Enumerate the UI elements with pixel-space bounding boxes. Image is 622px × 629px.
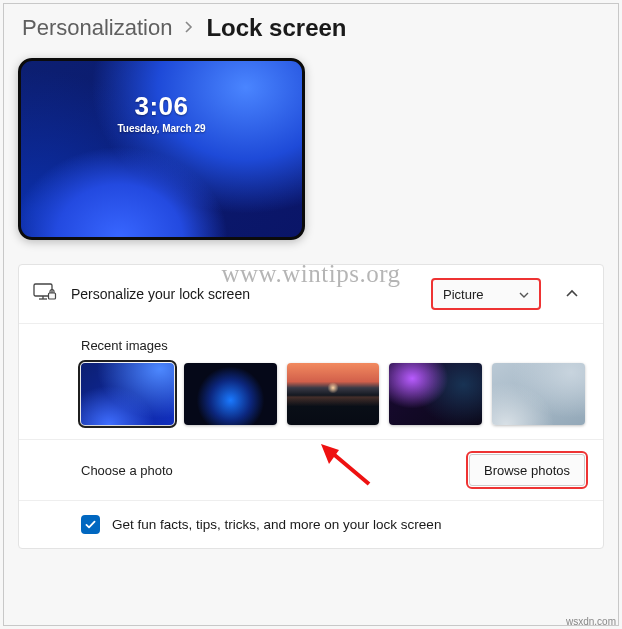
source-credit: wsxdn.com bbox=[566, 616, 616, 627]
lock-screen-type-select[interactable]: Picture bbox=[431, 278, 541, 310]
svg-rect-3 bbox=[49, 293, 56, 299]
monitor-lock-icon bbox=[33, 282, 57, 306]
fun-facts-checkbox[interactable] bbox=[81, 515, 100, 534]
select-value: Picture bbox=[443, 287, 483, 302]
checkmark-icon bbox=[84, 518, 97, 531]
choose-photo-section: Choose a photo Browse photos bbox=[19, 440, 603, 501]
lock-screen-preview: 3:06 Tuesday, March 29 bbox=[18, 58, 305, 240]
preview-time: 3:06 bbox=[21, 91, 302, 122]
recent-image-thumb[interactable] bbox=[81, 363, 174, 425]
chevron-down-icon bbox=[519, 287, 529, 302]
card-header: Personalize your lock screen Picture bbox=[19, 265, 603, 324]
recent-image-thumb[interactable] bbox=[287, 363, 380, 425]
fun-facts-label: Get fun facts, tips, tricks, and more on… bbox=[112, 517, 441, 532]
recent-images-section: Recent images bbox=[19, 324, 603, 440]
breadcrumb-current: Lock screen bbox=[206, 14, 346, 42]
chevron-right-icon bbox=[184, 19, 194, 37]
personalize-label: Personalize your lock screen bbox=[71, 286, 417, 302]
personalize-card: Personalize your lock screen Picture Rec… bbox=[18, 264, 604, 549]
recent-images-list bbox=[81, 363, 585, 425]
recent-image-thumb[interactable] bbox=[492, 363, 585, 425]
choose-photo-label: Choose a photo bbox=[81, 463, 173, 478]
breadcrumb-parent[interactable]: Personalization bbox=[22, 15, 172, 41]
recent-image-thumb[interactable] bbox=[184, 363, 277, 425]
chevron-up-icon bbox=[565, 289, 579, 299]
fun-facts-row: Get fun facts, tips, tricks, and more on… bbox=[19, 501, 603, 548]
recent-images-label: Recent images bbox=[81, 338, 585, 353]
expand-collapse-button[interactable] bbox=[555, 277, 589, 311]
browse-photos-button[interactable]: Browse photos bbox=[469, 454, 585, 486]
breadcrumb: Personalization Lock screen bbox=[18, 14, 604, 42]
preview-date: Tuesday, March 29 bbox=[21, 123, 302, 134]
recent-image-thumb[interactable] bbox=[389, 363, 482, 425]
